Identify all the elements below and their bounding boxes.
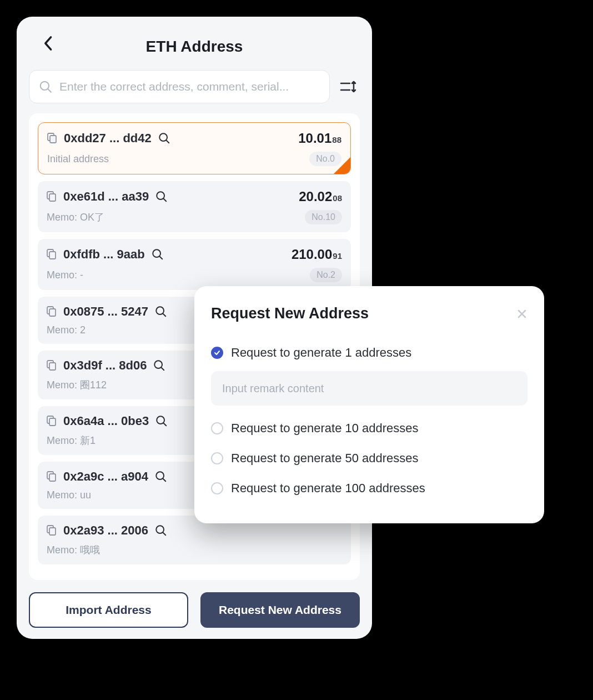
address-text: 0x6a4a ... 0be3 [63,414,149,428]
back-button[interactable] [39,34,57,52]
address-text: 0x0875 ... 5247 [63,304,148,319]
svg-line-11 [164,199,167,202]
balance: 20.0208 [299,189,342,204]
search-input[interactable] [59,80,320,93]
option-label: Request to generate 50 addresses [231,451,419,466]
copy-icon[interactable] [47,249,57,260]
balance: 10.0188 [298,131,341,146]
import-address-button[interactable]: Import Address [29,592,188,628]
memo-text: Memo: 圈112 [47,378,107,392]
radio-unchecked-icon [211,422,223,434]
copy-icon[interactable] [47,416,57,427]
radio-unchecked-icon [211,452,223,464]
svg-line-23 [162,368,164,371]
search-icon [38,79,53,94]
svg-line-35 [163,533,166,536]
address-text: 0x2a9c ... a904 [63,469,148,484]
close-icon [516,308,527,319]
svg-rect-17 [49,309,56,316]
remark-input[interactable] [211,371,527,406]
radio-checked-icon [211,347,223,359]
search-box[interactable] [29,70,330,103]
memo-text: Memo: 2 [47,324,86,336]
lookup-icon[interactable] [152,248,164,261]
svg-line-7 [166,141,169,143]
page-title: ETH Address [146,38,243,56]
svg-line-1 [48,89,51,92]
svg-rect-9 [49,194,56,201]
address-item[interactable]: 0xe61d ... aa39 20.0208 Memo: OK了 No.10 [38,181,351,232]
memo-text: Memo: OK了 [47,211,104,224]
svg-line-15 [159,257,162,259]
selected-corner-icon [334,157,350,174]
address-text: 0xe61d ... aa39 [63,189,149,204]
svg-line-27 [164,423,167,426]
modal-title: Request New Address [211,305,369,322]
sort-button[interactable] [338,76,360,98]
lookup-icon[interactable] [153,359,165,372]
copy-icon[interactable] [47,191,57,202]
memo-text: Memo: - [47,269,83,281]
address-text: 0xfdfb ... 9aab [63,247,145,262]
lookup-icon[interactable] [155,191,168,203]
search-row [29,70,360,103]
radio-unchecked-icon [211,482,223,494]
memo-text: Initial address [47,153,109,165]
memo-text: Memo: 哦哦 [47,543,100,557]
lookup-icon[interactable] [158,132,170,144]
svg-rect-5 [50,136,56,143]
chevron-left-icon [43,36,53,51]
address-text: 0xdd27 ... dd42 [64,131,152,146]
option-label: Request to generate 100 addresses [231,481,425,496]
address-item[interactable]: 0xdd27 ... dd42 10.0188 Initial address … [38,122,351,174]
lookup-icon[interactable] [155,471,167,483]
close-button[interactable] [516,308,527,319]
copy-icon[interactable] [47,471,57,482]
footer: Import Address Request New Address [29,580,360,628]
sort-icon [340,79,358,94]
svg-rect-13 [49,252,56,259]
svg-rect-21 [49,363,56,370]
serial-badge: No.2 [310,268,342,282]
svg-line-19 [163,314,166,317]
option-label: Request to generate 1 addresses [231,346,411,360]
lookup-icon[interactable] [155,415,168,427]
memo-text: Memo: uu [47,489,91,501]
option-generate-10[interactable]: Request to generate 10 addresses [211,413,527,443]
svg-rect-29 [49,474,56,481]
option-generate-100[interactable]: Request to generate 100 addresses [211,473,527,503]
copy-icon[interactable] [47,133,57,144]
memo-text: Memo: 新1 [47,434,96,447]
request-new-address-button[interactable]: Request New Address [200,592,360,628]
option-generate-1[interactable]: Request to generate 1 addresses [211,338,527,368]
copy-icon[interactable] [47,306,57,317]
address-item[interactable]: 0xfdfb ... 9aab 210.0091 Memo: - No.2 [38,239,351,290]
header: ETH Address [29,32,360,70]
copy-icon[interactable] [47,525,57,536]
address-text: 0x2a93 ... 2006 [63,523,148,538]
copy-icon[interactable] [47,360,57,371]
balance: 210.0091 [292,247,342,262]
serial-badge: No.10 [305,210,342,224]
lookup-icon[interactable] [155,524,167,537]
option-generate-50[interactable]: Request to generate 50 addresses [211,443,527,473]
address-text: 0x3d9f ... 8d06 [63,358,147,373]
lookup-icon[interactable] [155,306,167,318]
svg-rect-25 [49,418,56,426]
request-address-modal: Request New Address Request to generate … [194,286,544,523]
svg-line-31 [163,479,166,482]
option-label: Request to generate 10 addresses [231,421,419,436]
svg-rect-33 [49,528,56,535]
